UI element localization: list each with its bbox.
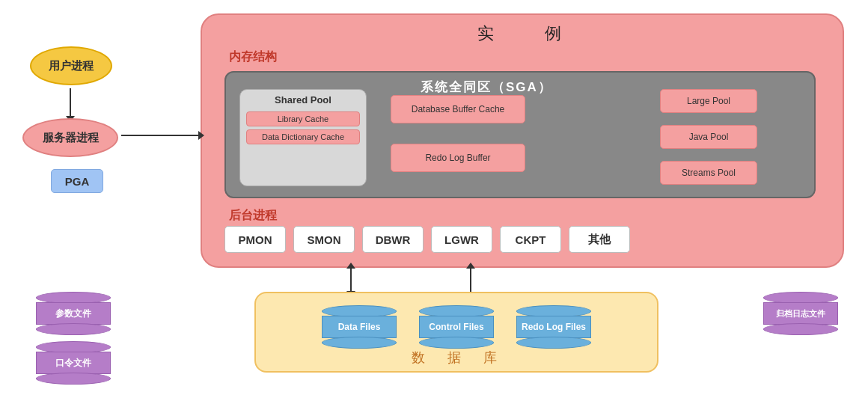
large-pool: Large Pool — [660, 89, 757, 113]
server-to-instance-arrow — [121, 135, 199, 136]
lgwr-box: LGWR — [431, 226, 492, 253]
parameter-file-label: 参数文件 — [36, 302, 111, 325]
user-process: 用户进程 — [30, 46, 112, 85]
pga-box: PGA — [51, 169, 103, 193]
ckpt-box: CKPT — [500, 226, 561, 253]
server-process: 服务器进程 — [22, 118, 118, 157]
redo-log-buffer: Redo Log Buffer — [391, 144, 525, 172]
java-pool: Java Pool — [660, 125, 757, 149]
dbwr-box: DBWR — [362, 226, 424, 253]
password-file-cylinder: 口令文件 — [36, 341, 111, 385]
library-cache: Library Cache — [246, 111, 360, 126]
instance-box: 实 例 内存结构 系统全同区（SGA） Shared Pool Library … — [201, 13, 844, 268]
backend-label: 后台进程 — [229, 208, 277, 224]
other-box: 其他 — [569, 226, 630, 253]
database-title: 数 据 库 — [412, 349, 501, 367]
instance-to-db-arrow — [350, 268, 352, 292]
redo-log-files-cylinder: Redo Log Files — [516, 305, 591, 349]
memory-label: 内存结构 — [229, 49, 277, 65]
user-to-server-arrow — [70, 88, 71, 117]
data-files-label: Data Files — [322, 316, 397, 338]
database-section: Data Files Control Files Redo Log Files … — [254, 292, 658, 373]
pmon-box: PMON — [224, 226, 286, 253]
db-to-instance-arrow — [470, 268, 471, 292]
data-dictionary-cache: Data Dictionary Cache — [246, 129, 360, 144]
database-buffer-cache: Database Buffer Cache — [391, 95, 525, 123]
instance-title: 实 例 — [202, 15, 843, 45]
parameter-file-cylinder: 参数文件 — [36, 292, 111, 335]
sga-box: 系统全同区（SGA） Shared Pool Library Cache Dat… — [224, 71, 816, 198]
archive-file-cylinder: 归档日志文件 — [763, 292, 838, 335]
control-files-cylinder: Control Files — [419, 305, 494, 349]
sga-label: 系统全同区（SGA） — [421, 79, 552, 96]
redo-log-files-label: Redo Log Files — [516, 316, 591, 338]
control-files-label: Control Files — [419, 316, 494, 338]
shared-pool-box: Shared Pool Library Cache Data Dictionar… — [239, 89, 367, 186]
data-files-cylinder: Data Files — [322, 305, 397, 349]
backend-processes: PMON SMON DBWR LGWR CKPT 其他 — [224, 226, 630, 253]
archive-file-label: 归档日志文件 — [763, 302, 838, 325]
shared-pool-label: Shared Pool — [240, 90, 366, 108]
db-files-row: Data Files Control Files Redo Log Files — [322, 305, 591, 349]
streams-pool: Streams Pool — [660, 161, 757, 185]
password-file-label: 口令文件 — [36, 352, 111, 374]
diagram-container: 实 例 内存结构 系统全同区（SGA） Shared Pool Library … — [0, 0, 868, 398]
smon-box: SMON — [293, 226, 355, 253]
